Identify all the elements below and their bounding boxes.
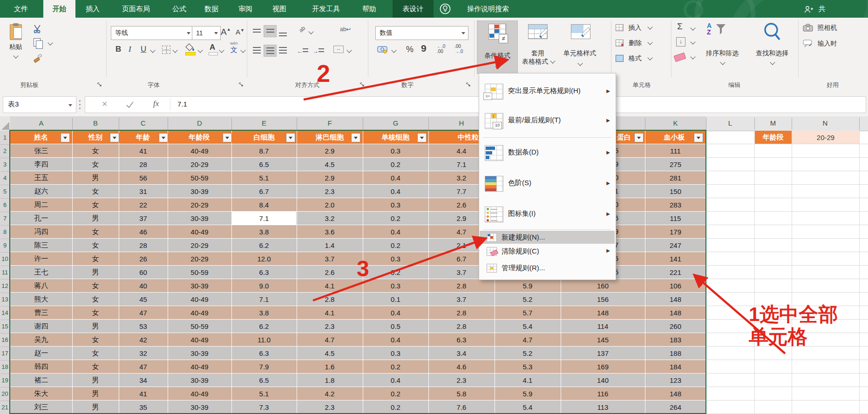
cell[interactable]: 6.5 (259, 376, 269, 384)
fill-button[interactable]: ↓ (676, 37, 685, 47)
cell-styles-button[interactable]: 单元格样式 (559, 20, 601, 73)
camera-button[interactable]: 照相机 (803, 23, 837, 32)
font-color-dropdown[interactable] (219, 47, 224, 53)
row-header-19[interactable]: 19 (0, 377, 10, 384)
cell[interactable]: 46 (139, 228, 147, 236)
cell[interactable]: 5.9 (523, 282, 533, 290)
borders-icon[interactable] (162, 46, 170, 54)
column-header-F[interactable]: F (327, 119, 332, 127)
cell[interactable]: 283 (670, 201, 681, 209)
cell[interactable]: 3.6 (325, 228, 335, 236)
align-right-button[interactable] (277, 45, 289, 56)
font-color-button[interactable]: A (210, 43, 215, 52)
cell[interactable]: 3.7 (457, 268, 467, 276)
cell[interactable]: 32 (139, 349, 147, 357)
cell[interactable]: 5.4 (523, 403, 533, 411)
cell[interactable]: 20-29 (190, 255, 208, 263)
cell[interactable]: 0.1 (391, 295, 400, 303)
tab-r8[interactable]: 开发工具 (300, 0, 352, 18)
tab-r10[interactable]: 表设计 (393, 0, 434, 18)
header-cell-单核细胞[interactable]: 单核细胞 (381, 133, 409, 142)
filter-button-淋巴细胞[interactable] (351, 133, 360, 142)
cell[interactable]: 30-39 (190, 282, 208, 290)
cell[interactable]: 3.2 (325, 214, 335, 222)
cell[interactable]: 40-49 (190, 147, 208, 155)
cell[interactable]: 28 (139, 241, 147, 249)
cell[interactable]: 1.6 (325, 363, 335, 371)
cell[interactable]: 221 (670, 268, 681, 276)
cell[interactable]: 朱大 (34, 389, 48, 398)
cell[interactable]: 4.5 (325, 160, 335, 168)
cell[interactable]: 女 (92, 200, 99, 209)
header-cell-白细胞[interactable]: 白细胞 (254, 133, 275, 142)
font-size-combo[interactable]: 11 (192, 26, 221, 40)
menu-item-manage-rules[interactable] (480, 261, 615, 274)
cell[interactable]: 6.3 (457, 336, 467, 344)
cell[interactable]: 22 (139, 201, 147, 209)
column-header-H[interactable]: H (459, 119, 464, 127)
cell[interactable]: 3.8 (259, 228, 269, 236)
tab-home[interactable]: 开始 (43, 0, 75, 18)
cell[interactable]: 26 (139, 255, 147, 263)
cell[interactable]: 30-39 (190, 376, 208, 384)
clipboard-dialog-launcher[interactable] (97, 82, 102, 87)
cell[interactable]: 0.4 (391, 187, 400, 195)
cell[interactable]: 148 (670, 295, 681, 303)
row-header-16[interactable]: 16 (0, 336, 10, 343)
cell[interactable]: 148 (670, 309, 681, 317)
cell[interactable]: 183 (670, 336, 681, 344)
delete-cells-button[interactable]: × 删除 (616, 39, 647, 47)
cell[interactable]: 4.7 (523, 336, 533, 344)
cell[interactable]: 王七 (34, 268, 48, 277)
cell[interactable]: 女 (92, 160, 99, 169)
orientation-icon[interactable]: ab (298, 25, 306, 33)
cell[interactable]: 56 (139, 174, 147, 182)
row-header-20[interactable]: 20 (0, 390, 10, 397)
formula-value[interactable]: 7.1 (177, 100, 187, 108)
cell[interactable]: 3.7 (457, 295, 467, 303)
cell[interactable]: 4.1 (325, 309, 335, 317)
cell[interactable]: 260 (670, 322, 681, 330)
tab-r7[interactable]: 视图 (264, 0, 294, 18)
cell[interactable]: 28 (139, 160, 147, 168)
cell[interactable]: 4.4 (457, 147, 467, 155)
cell[interactable]: 男 (92, 322, 99, 331)
cell[interactable]: 9.0 (259, 282, 269, 290)
cell[interactable]: 4.7 (457, 228, 467, 236)
cell[interactable]: 2.9 (325, 174, 335, 182)
name-box-dropdown[interactable] (68, 104, 72, 108)
cell[interactable]: 赵六 (34, 187, 48, 196)
cell[interactable]: 53 (139, 322, 147, 330)
filter-button-姓名[interactable] (61, 133, 70, 142)
cell[interactable]: 7.7 (457, 187, 467, 195)
cell[interactable]: 40-49 (190, 228, 208, 236)
cell[interactable]: 2.3 (325, 322, 335, 330)
percent-style-button[interactable]: % (406, 45, 414, 54)
cell[interactable]: 男 (92, 403, 99, 412)
row-header-15[interactable]: 15 (0, 323, 10, 330)
cell-N1[interactable]: 20-29 (792, 131, 859, 144)
cell[interactable]: 188 (670, 349, 681, 357)
cell[interactable]: 2.3 (325, 403, 335, 411)
input-time-button[interactable]: 输入时 (803, 39, 837, 48)
cell[interactable]: 275 (670, 160, 681, 168)
cell[interactable]: 赵一 (34, 349, 48, 358)
cell[interactable]: 5.2 (523, 295, 533, 303)
cell[interactable]: 41 (139, 147, 147, 155)
cell[interactable]: 4.1 (523, 376, 533, 384)
cell[interactable]: 50-59 (190, 322, 208, 330)
cell[interactable]: 40 (139, 282, 147, 290)
grow-font-button[interactable]: A▲ (221, 27, 231, 37)
cell[interactable]: 3.7 (325, 255, 335, 263)
share-label[interactable]: 共 (815, 0, 829, 18)
cell[interactable]: 20-29 (190, 160, 208, 168)
cell[interactable]: 2.8 (457, 282, 467, 290)
cell[interactable]: 7.9 (259, 363, 269, 371)
wrap-text-icon[interactable]: ab↩ (340, 26, 351, 33)
cell[interactable]: 0.4 (391, 376, 400, 384)
cell[interactable]: 熊大 (34, 295, 48, 304)
number-dialog-launcher[interactable] (466, 82, 471, 87)
cell[interactable]: 陈三 (34, 241, 48, 250)
increase-indent-icon[interactable]: → (313, 47, 324, 55)
cell[interactable]: 111 (670, 147, 681, 155)
